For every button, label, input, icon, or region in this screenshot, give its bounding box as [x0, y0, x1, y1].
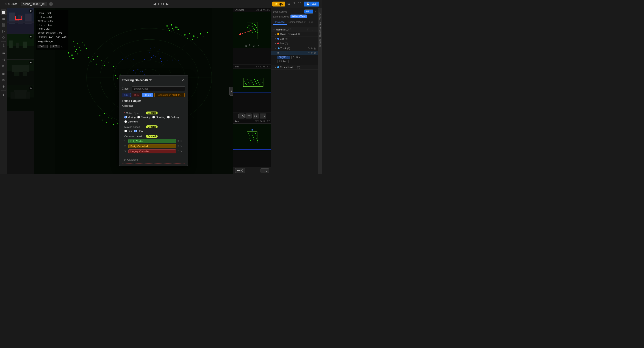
- truck-section-header[interactable]: ▼ Truck (1) ✎ 👁 🗑: [271, 46, 318, 51]
- collapse-panel-button[interactable]: ◀: [230, 87, 233, 96]
- next-page-button[interactable]: ▶: [166, 2, 168, 6]
- wasd-a-button[interactable]: ← A: [238, 113, 245, 118]
- 3d-view-button[interactable]: ⬜: [1, 10, 6, 15]
- polygon-button[interactable]: ⬡: [1, 35, 6, 40]
- skip-start-button[interactable]: ⏮: [1, 50, 6, 56]
- class-required-header[interactable]: ▶ Class Required (0): [271, 32, 318, 36]
- prev-page-button[interactable]: ◀: [154, 2, 156, 6]
- overhead-close-button[interactable]: ✕: [256, 44, 260, 48]
- load-source-tab-item[interactable]: Wit...: [304, 10, 313, 14]
- sub-tag-3d[interactable]: 3D(2132): [278, 56, 290, 59]
- save-button[interactable]: 💾 Save: [304, 2, 319, 7]
- results-filter-icon[interactable]: ▽: [307, 28, 308, 31]
- classifications-label[interactable]: Classifications: [319, 22, 321, 37]
- pedestrian-section-header[interactable]: ▶ Pedestrian in... (0): [271, 65, 318, 69]
- class-bus-button[interactable]: Bus: [132, 93, 141, 97]
- qa-button[interactable]: ⭐ QA: [272, 2, 285, 7]
- item-48-eye-icon[interactable]: 👁: [310, 51, 313, 54]
- bus-section-header[interactable]: ▶ Bus (0): [271, 41, 318, 46]
- wasd-w-button[interactable]: ↑ W: [246, 113, 252, 118]
- truck-edit-icon[interactable]: ✎: [308, 47, 310, 50]
- dialog-close-button[interactable]: ✕: [181, 78, 185, 82]
- height-min-input[interactable]: [38, 45, 48, 48]
- without-task-button[interactable]: Without Task: [290, 15, 307, 18]
- camera-button[interactable]: ▦: [1, 16, 6, 22]
- wasd-s-button[interactable]: ↓ S: [253, 113, 259, 118]
- eye-icon-1[interactable]: 👁: [29, 9, 33, 13]
- bev-button[interactable]: ⬛: [1, 22, 6, 28]
- standing-radio[interactable]: [152, 116, 155, 118]
- info2-button[interactable]: ℹ: [1, 92, 6, 98]
- partly-occluded-tag[interactable]: Partly Occluded: [128, 144, 176, 148]
- results-more-icon[interactable]: ⋯: [314, 28, 316, 31]
- truck-item-48[interactable]: 48 ✎ 👁 🗑: [271, 51, 318, 55]
- eye-icon-3[interactable]: 👁: [29, 61, 33, 65]
- results-sort-down-icon[interactable]: ↓: [312, 28, 313, 31]
- truck-eye-icon[interactable]: 👁: [310, 47, 313, 50]
- play2-button[interactable]: ▷: [1, 63, 6, 69]
- filter-icon[interactable]: ▽: [304, 20, 306, 25]
- class-search-input[interactable]: [132, 86, 185, 91]
- wasd-d-button[interactable]: → D: [260, 113, 266, 118]
- close-button[interactable]: ✕ ✕ Close: [3, 2, 19, 7]
- zoom-in-button[interactable]: ⟵ Q: [235, 168, 245, 173]
- overhead-zoom-button[interactable]: ⧉: [244, 44, 248, 48]
- sort-icon[interactable]: ↕: [306, 20, 308, 25]
- fullscreen-icon[interactable]: ⛶: [298, 2, 302, 7]
- unknown-radio-label[interactable]: Unknown: [124, 120, 138, 123]
- attributes-scroll[interactable]: * Motion Type General Moving: [124, 111, 183, 157]
- class-truck-button[interactable]: Truck: [142, 93, 153, 97]
- results-header[interactable]: ▼ Results (1) ? ▽ ↑ ↓ ⋯: [271, 27, 318, 32]
- results-sort-up-icon[interactable]: ↑: [310, 28, 311, 31]
- class-pedestrian-button[interactable]: Pedestrian in black to...: [154, 93, 185, 97]
- sub-tag-c1rect[interactable]: C1 Rect: [278, 60, 289, 63]
- advanced-row[interactable]: ▷ Advanced: [124, 158, 183, 161]
- help-icon[interactable]: ?: [293, 2, 296, 7]
- fast-radio-label[interactable]: Fast: [124, 130, 132, 132]
- parking-radio[interactable]: [167, 116, 170, 118]
- drag-handle-3[interactable]: ⠿: [177, 150, 179, 153]
- eye-icon-4[interactable]: 👁: [29, 86, 33, 90]
- moving-radio-label[interactable]: Moving: [124, 116, 136, 118]
- parking-radio-label[interactable]: Parking: [167, 116, 179, 118]
- height-max-input[interactable]: [50, 45, 60, 48]
- drag-handle-1[interactable]: ⠿: [177, 140, 179, 142]
- fast-radio[interactable]: [124, 130, 127, 132]
- fully-visible-tag[interactable]: Fully Visible: [128, 139, 176, 143]
- class-car-button[interactable]: Car: [122, 93, 131, 97]
- layers-button[interactable]: ⧉: [1, 77, 6, 83]
- info-icon[interactable]: ℹ: [49, 2, 53, 6]
- load-source-close-button[interactable]: ✕: [314, 10, 316, 13]
- slow-radio-label[interactable]: Slow: [134, 130, 143, 132]
- drag-handle-2[interactable]: ⠿: [177, 145, 179, 147]
- car-section-header[interactable]: ▶ Car (0): [271, 37, 318, 41]
- truck-delete-icon[interactable]: 🗑: [314, 47, 316, 50]
- results-help-icon[interactable]: ?: [289, 28, 291, 31]
- results-list[interactable]: ▼ Results (1) ? ▽ ↑ ↓ ⋯ ▶ Class Required…: [271, 27, 318, 174]
- results-side-label[interactable]: Results: [319, 39, 321, 47]
- eye-icon-dialog[interactable]: 👁: [149, 78, 152, 82]
- delete-occlusion-1[interactable]: ✕: [180, 139, 182, 143]
- standing-radio-label[interactable]: Standing: [152, 116, 165, 118]
- grid-icon-button[interactable]: ⊞: [1, 71, 6, 77]
- delete-occlusion-2[interactable]: ✕: [180, 145, 182, 148]
- settings-icon[interactable]: ⚙: [287, 1, 291, 7]
- largely-occluded-tag[interactable]: Largely Occluded: [128, 149, 176, 153]
- item-48-edit-icon[interactable]: ✎: [308, 51, 310, 54]
- more-options-icon[interactable]: ⋯: [314, 20, 316, 25]
- crossing-radio[interactable]: [137, 116, 140, 118]
- segmentation-tab[interactable]: Segmentation: [287, 20, 304, 25]
- prev-frame-button[interactable]: ◁: [1, 56, 6, 62]
- overhead-fit-button[interactable]: ⊡: [252, 44, 255, 48]
- delete-occlusion-3[interactable]: ✕: [180, 150, 182, 153]
- expand-all-icon[interactable]: ⊞: [311, 20, 313, 25]
- settings2-button[interactable]: ⚙: [1, 84, 6, 89]
- play-button[interactable]: ▷: [1, 28, 6, 34]
- item-48-delete-icon[interactable]: 🗑: [314, 51, 316, 54]
- validity-label[interactable]: Validity: [319, 13, 321, 20]
- unknown-radio[interactable]: [124, 120, 127, 123]
- slow-radio[interactable]: [134, 130, 137, 132]
- sub-tag-c1box[interactable]: C1 Box: [291, 56, 302, 59]
- collapse-all-icon[interactable]: ⊟: [308, 20, 310, 25]
- moving-radio[interactable]: [124, 116, 127, 118]
